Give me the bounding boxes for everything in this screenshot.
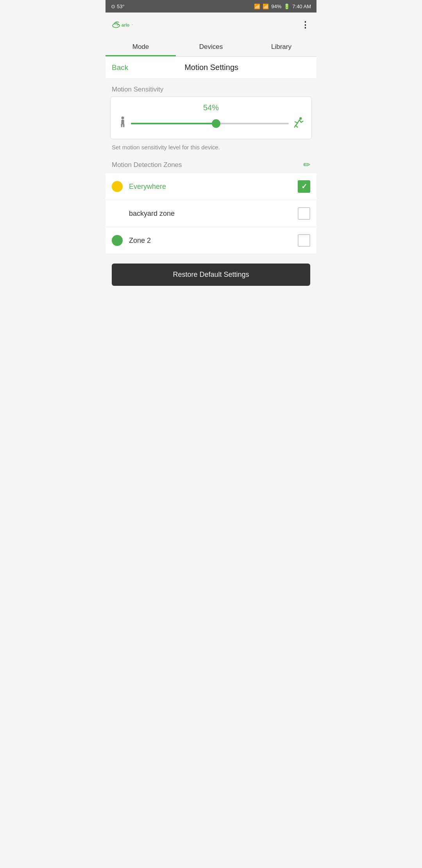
zone-item-zone2[interactable]: Zone 2 [106,227,316,254]
slider-row [118,116,304,131]
time: 7:40 AM [292,4,311,9]
sensitivity-slider-track [131,120,289,127]
restore-defaults-button[interactable]: Restore Default Settings [112,264,310,286]
svg-rect-6 [121,120,124,124]
back-button[interactable]: Back [112,63,128,72]
slider-card: 54% [110,97,312,139]
zone-name-backyard: backyard zone [129,210,291,218]
checkmark-everywhere: ✓ [301,182,307,191]
zones-label-text: Motion Detection Zones [112,161,182,169]
temperature: 53° [117,4,125,9]
battery-percent: 94% [271,4,281,9]
low-sensitivity-icon [118,116,127,131]
status-bar: ⊙ 53° 📶 📶 94% 🔋 7:40 AM [106,0,316,13]
tab-devices[interactable]: Devices [176,38,246,56]
zone-checkbox-zone2[interactable] [298,234,310,247]
battery-icon: 🔋 [284,4,290,9]
zone-dot-backyard [112,208,123,219]
tabs: Mode Devices Library [106,38,316,57]
svg-rect-8 [123,124,125,127]
zone-checkbox-backyard[interactable] [298,207,310,220]
motion-sensitivity-label: Motion Sensitivity [106,79,316,97]
zones-section-label: Motion Detection Zones ✏ [106,154,316,173]
more-menu-button[interactable]: ⋮ [301,20,310,30]
status-bar-right: 📶 📶 94% 🔋 7:40 AM [254,4,311,9]
svg-point-1 [118,24,119,25]
svg-point-5 [121,117,124,119]
svg-text:™: ™ [131,24,133,26]
zone-item-backyard[interactable]: backyard zone [106,200,316,227]
wifi-icon: 📶 [254,4,260,9]
tab-library[interactable]: Library [246,38,316,56]
signal-icon: 📶 [263,4,269,9]
svg-rect-7 [121,124,123,127]
content: Motion Sensitivity 54% [106,79,316,286]
page-title: Motion Settings [128,63,295,72]
app-bar: arlo ™ ⋮ [106,13,316,38]
arlo-logo-svg: arlo ™ [112,18,135,32]
svg-point-2 [117,25,118,26]
arlo-logo: arlo ™ [112,18,135,32]
zone-item-everywhere[interactable]: Everywhere ✓ [106,173,316,200]
zone-checkbox-everywhere[interactable]: ✓ [298,180,310,193]
back-bar: Back Motion Settings [106,57,316,79]
clock-icon: ⊙ [111,4,115,9]
zone-name-everywhere: Everywhere [129,183,291,191]
slider-thumb[interactable] [212,119,220,128]
zone-dot-everywhere [112,181,123,192]
svg-point-9 [299,117,302,120]
tab-mode[interactable]: Mode [106,38,176,56]
zone-name-zone2: Zone 2 [129,237,291,245]
high-sensitivity-icon [293,117,304,130]
svg-text:arlo: arlo [122,23,129,27]
slider-percent-value: 54% [118,103,304,112]
edit-zones-button[interactable]: ✏ [303,160,310,170]
sensitivity-helper-text: Set motion sensitivity level for this de… [106,139,316,154]
zone-dot-zone2 [112,235,123,246]
status-bar-left: ⊙ 53° [111,4,125,9]
